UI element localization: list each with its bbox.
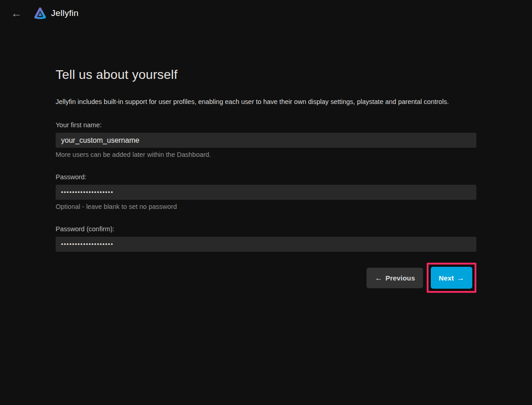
next-button[interactable]: Next → — [431, 267, 472, 289]
page-title: Tell us about yourself — [56, 68, 476, 82]
jellyfin-icon — [33, 6, 47, 21]
password-input[interactable] — [56, 185, 476, 200]
arrow-left-icon: ← — [375, 274, 382, 282]
back-arrow-icon: ← — [11, 8, 22, 19]
arrow-right-icon: → — [457, 274, 465, 282]
back-button[interactable]: ← — [7, 4, 26, 22]
app-name: Jellyfin — [51, 8, 78, 18]
app-header: ← Jellyfin — [0, 0, 532, 26]
first-name-helper: More users can be added later within the… — [56, 151, 476, 158]
first-name-input[interactable] — [56, 133, 476, 148]
password-helper: Optional - leave blank to set no passwor… — [56, 203, 476, 210]
first-name-label: Your first name: — [56, 121, 476, 129]
password-confirm-input[interactable] — [56, 237, 476, 252]
next-button-highlight: Next → — [427, 263, 476, 293]
wizard-actions: ← Previous Next → — [56, 263, 476, 293]
password-confirm-field-group: Password (confirm): — [56, 225, 476, 252]
next-button-label: Next — [439, 274, 454, 282]
page-description: Jellyfin includes built-in support for u… — [56, 97, 476, 106]
password-confirm-label: Password (confirm): — [56, 225, 476, 233]
first-name-field-group: Your first name: More users can be added… — [56, 121, 476, 158]
password-label: Password: — [56, 173, 476, 181]
password-field-group: Password: Optional - leave blank to set … — [56, 173, 476, 210]
wizard-page: Tell us about yourself Jellyfin includes… — [56, 68, 476, 293]
previous-button-label: Previous — [386, 274, 415, 282]
jellyfin-logo: Jellyfin — [33, 6, 78, 21]
previous-button[interactable]: ← Previous — [367, 268, 423, 288]
